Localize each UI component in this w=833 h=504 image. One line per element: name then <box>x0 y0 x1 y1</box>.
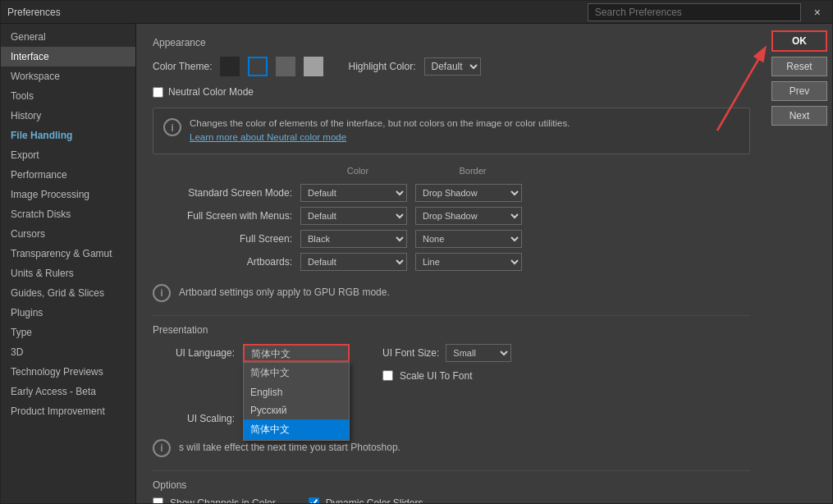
preferences-window: Preferences × General Interface Workspac… <box>0 0 833 504</box>
lang-option-1[interactable]: English <box>244 383 349 401</box>
show-channels-row: Show Channels in Color <box>153 497 276 504</box>
sidebar-item-file-handling[interactable]: File Handling <box>1 126 135 145</box>
font-size-label: UI Font Size: <box>382 347 439 359</box>
language-row: UI Language: 简体中文 简体中文 English Русский 简… <box>153 344 350 362</box>
theme-swatch-medium[interactable] <box>276 57 295 76</box>
right-panel: OK Reset Prev Next <box>767 24 832 503</box>
neutral-color-link[interactable]: Learn more about Neutral color mode <box>190 132 346 142</box>
main-layout: General Interface Workspace Tools Histor… <box>1 24 832 503</box>
neutral-color-row: Neutral Color Mode <box>153 86 750 98</box>
standard-screen-border[interactable]: Drop Shadow <box>415 184 522 202</box>
titlebar: Preferences × <box>1 1 832 24</box>
artboard-info: i Artboard settings only apply to GPU RG… <box>153 282 750 302</box>
sidebar-item-tools[interactable]: Tools <box>1 86 135 106</box>
sidebar-item-history[interactable]: History <box>1 106 135 126</box>
lang-input[interactable]: 简体中文 <box>243 344 350 362</box>
theme-swatch-medium-dark[interactable] <box>248 57 268 76</box>
lang-option-3[interactable]: 简体中文 <box>244 419 349 440</box>
presentation-left: UI Language: 简体中文 简体中文 English Русский 简… <box>153 344 350 434</box>
sidebar-item-general[interactable]: General <box>1 27 135 47</box>
sidebar-item-3d[interactable]: 3D <box>1 342 135 362</box>
fullscreen-color[interactable]: Black <box>300 230 407 248</box>
ok-button[interactable]: OK <box>771 30 827 52</box>
lang-dropdown-container: 简体中文 简体中文 English Русский 简体中文 <box>243 344 350 362</box>
window-title: Preferences <box>7 7 61 18</box>
fullscreen-label: Full Screen: <box>153 233 300 245</box>
presentation-title: Presentation <box>153 324 750 336</box>
theme-swatch-light[interactable] <box>304 57 323 76</box>
standard-screen-label: Standard Screen Mode: <box>153 187 300 199</box>
next-button[interactable]: Next <box>771 106 827 126</box>
notice-icon: i <box>153 439 171 457</box>
neutral-color-label: Neutral Color Mode <box>168 86 254 98</box>
standard-screen-color[interactable]: Default <box>300 184 407 202</box>
sidebar-item-units-rulers[interactable]: Units & Rulers <box>1 263 135 283</box>
scale-to-font-label: Scale UI To Font <box>400 370 473 382</box>
show-channels-checkbox[interactable] <box>153 497 163 503</box>
scale-to-font-row: Scale UI To Font <box>382 370 511 382</box>
sidebar-item-product-improvement[interactable]: Product Improvement <box>1 401 135 421</box>
content-panel: Appearance Color Theme: Highlight Color:… <box>136 24 767 503</box>
theme-swatch-dark[interactable] <box>220 57 240 76</box>
info-icon: i <box>163 118 181 136</box>
appearance-title: Appearance <box>153 37 750 48</box>
search-input[interactable] <box>588 3 801 21</box>
color-theme-row: Color Theme: Highlight Color: Default <box>153 57 750 76</box>
artboards-color[interactable]: Default <box>300 253 407 271</box>
sidebar-item-workspace[interactable]: Workspace <box>1 66 135 86</box>
fullscreen-menus-color[interactable]: Default <box>300 207 407 225</box>
font-size-row: UI Font Size: Small <box>382 344 511 362</box>
sidebar-item-type[interactable]: Type <box>1 323 135 342</box>
sidebar-item-interface[interactable]: Interface <box>1 47 135 66</box>
prev-button[interactable]: Prev <box>771 81 827 101</box>
artboard-note: Artboard settings only apply to GPU RGB … <box>179 286 390 298</box>
dynamic-sliders-label: Dynamic Color Sliders <box>326 497 423 504</box>
presentation-right: UI Font Size: Small Scale UI To Font <box>382 344 511 387</box>
sidebar-item-tech-previews[interactable]: Technology Previews <box>1 362 135 382</box>
dynamic-sliders-checkbox[interactable] <box>309 497 319 503</box>
col-color-header: Color <box>300 166 415 179</box>
highlight-color-label: Highlight Color: <box>348 61 415 72</box>
fullscreen-border[interactable]: None <box>415 230 522 248</box>
neutral-info-box: i Changes the color of elements of the i… <box>153 108 750 154</box>
sidebar-item-early-access[interactable]: Early Access - Beta <box>1 382 135 401</box>
lang-label: UI Language: <box>153 347 235 359</box>
sidebar-item-guides-grid-slices[interactable]: Guides, Grid & Slices <box>1 283 135 303</box>
sidebar-item-plugins[interactable]: Plugins <box>1 303 135 323</box>
options-right: Dynamic Color Sliders <box>309 497 423 504</box>
lang-option-2[interactable]: Русский <box>244 401 349 419</box>
sidebar-item-transparency-gamut[interactable]: Transparency & Gamut <box>1 244 135 263</box>
highlight-color-dropdown[interactable]: Default <box>424 57 481 76</box>
sidebar-item-cursors[interactable]: Cursors <box>1 224 135 244</box>
scale-to-font-checkbox[interactable] <box>382 370 393 381</box>
fullscreen-menus-border[interactable]: Drop Shadow <box>415 207 522 225</box>
sidebar-item-scratch-disks[interactable]: Scratch Disks <box>1 204 135 224</box>
dynamic-sliders-row: Dynamic Color Sliders <box>309 497 423 504</box>
lang-option-0[interactable]: 简体中文 <box>244 363 349 383</box>
sidebar-item-export[interactable]: Export <box>1 145 135 165</box>
artboards-label: Artboards: <box>153 256 300 268</box>
lang-dropdown-menu: 简体中文 English Русский 简体中文 <box>243 362 350 441</box>
artboard-info-icon: i <box>153 284 171 302</box>
neutral-color-checkbox[interactable] <box>153 87 163 98</box>
info-text: Changes the color of elements of the int… <box>190 117 570 145</box>
fullscreen-menus-label: Full Screen with Menus: <box>153 210 300 222</box>
options-rows: Show Channels in Color Show Menu Colors … <box>153 497 750 504</box>
sidebar-item-image-processing[interactable]: Image Processing <box>1 185 135 204</box>
artboards-border[interactable]: Line <box>415 253 522 271</box>
show-channels-label: Show Channels in Color <box>170 497 276 504</box>
sidebar: General Interface Workspace Tools Histor… <box>1 24 136 503</box>
screen-mode-table: Color Border Standard Screen Mode: Defau… <box>153 166 750 271</box>
scaling-label: UI Scaling: <box>153 413 235 424</box>
reset-button[interactable]: Reset <box>771 57 827 76</box>
notice-text: s will take effect the next time you sta… <box>179 442 400 453</box>
options-title: Options <box>153 479 750 491</box>
font-size-dropdown[interactable]: Small <box>446 344 511 362</box>
options-left: Show Channels in Color Show Menu Colors <box>153 497 276 504</box>
color-theme-label: Color Theme: <box>153 61 212 72</box>
sidebar-item-performance[interactable]: Performance <box>1 165 135 185</box>
col-border-header: Border <box>415 166 530 179</box>
close-button[interactable]: × <box>809 4 826 21</box>
